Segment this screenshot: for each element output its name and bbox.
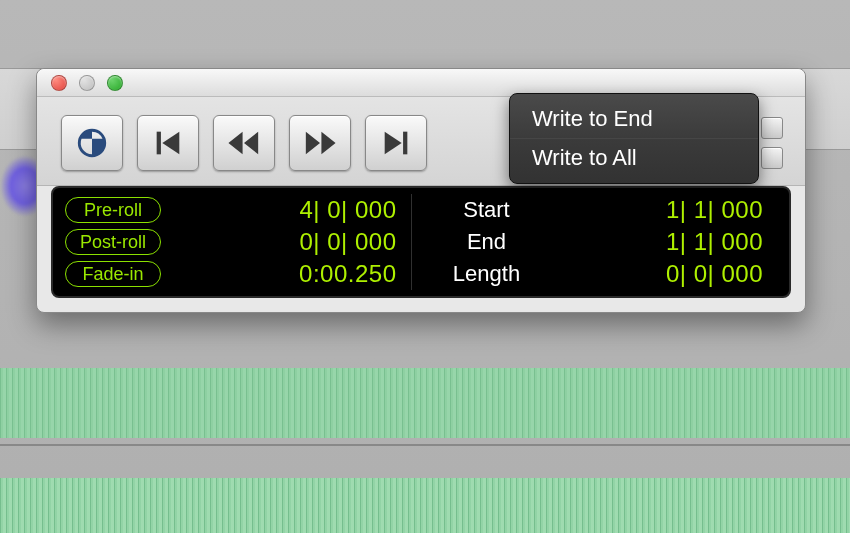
online-icon <box>75 126 109 160</box>
background-waveform-2 <box>0 478 850 533</box>
postroll-row: Post-roll 0| 0| 000 <box>65 226 411 258</box>
background-track-separator <box>0 444 850 446</box>
end-value[interactable]: 1| 1| 000 <box>666 228 777 256</box>
go-to-start-button[interactable] <box>137 115 199 171</box>
preroll-value[interactable]: 4| 0| 000 <box>299 196 410 224</box>
length-label: Length <box>432 261 542 287</box>
length-value[interactable]: 0| 0| 000 <box>666 260 777 288</box>
fadein-label[interactable]: Fade-in <box>65 261 161 287</box>
transport-toolbar: Write to End Write to All <box>37 97 805 186</box>
side-button-1[interactable] <box>761 117 783 139</box>
fast-forward-icon <box>303 126 337 160</box>
length-row: Length 0| 0| 000 <box>432 258 778 290</box>
preroll-row: Pre-roll 4| 0| 000 <box>65 194 411 226</box>
menu-item-write-to-all[interactable]: Write to All <box>510 138 758 177</box>
go-to-start-icon <box>151 126 185 160</box>
end-row: End 1| 1| 000 <box>432 226 778 258</box>
transport-window: Write to End Write to All Pre-roll 4| 0|… <box>36 68 806 313</box>
window-minimize-button[interactable] <box>79 75 95 91</box>
preroll-label[interactable]: Pre-roll <box>65 197 161 223</box>
start-label: Start <box>432 197 542 223</box>
svg-rect-0 <box>157 132 161 155</box>
online-button[interactable] <box>61 115 123 171</box>
svg-rect-1 <box>403 132 407 155</box>
window-zoom-button[interactable] <box>107 75 123 91</box>
start-value[interactable]: 1| 1| 000 <box>666 196 777 224</box>
start-row: Start 1| 1| 000 <box>432 194 778 226</box>
rewind-button[interactable] <box>213 115 275 171</box>
end-label: End <box>432 229 542 255</box>
fadein-value[interactable]: 0:00.250 <box>299 260 410 288</box>
menu-item-write-to-end[interactable]: Write to End <box>510 100 758 138</box>
fast-forward-button[interactable] <box>289 115 351 171</box>
toolbar-side-stack <box>761 117 783 169</box>
fadein-row: Fade-in 0:00.250 <box>65 258 411 290</box>
postroll-value[interactable]: 0| 0| 000 <box>299 228 410 256</box>
write-automation-menu: Write to End Write to All <box>509 93 759 184</box>
counter-left-column: Pre-roll 4| 0| 000 Post-roll 0| 0| 000 F… <box>65 194 411 290</box>
window-close-button[interactable] <box>51 75 67 91</box>
counter-right-column: Start 1| 1| 000 End 1| 1| 000 Length 0| … <box>411 194 778 290</box>
side-button-2[interactable] <box>761 147 783 169</box>
background-waveform-1 <box>0 368 850 438</box>
go-to-end-icon <box>379 126 413 160</box>
rewind-icon <box>227 126 261 160</box>
go-to-end-button[interactable] <box>365 115 427 171</box>
postroll-label[interactable]: Post-roll <box>65 229 161 255</box>
counter-display: Pre-roll 4| 0| 000 Post-roll 0| 0| 000 F… <box>51 186 791 298</box>
